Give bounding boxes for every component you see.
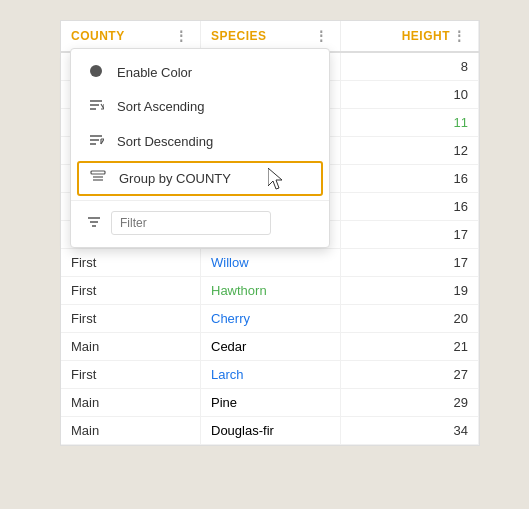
menu-divider xyxy=(71,200,329,201)
height-cell: 16 xyxy=(341,193,479,220)
table-row: FirstLarch27 xyxy=(61,361,479,389)
sort-descending-item[interactable]: Sort Descending xyxy=(71,124,329,159)
height-cell: 21 xyxy=(341,333,479,360)
group-icon xyxy=(89,170,107,187)
county-cell: First xyxy=(61,277,201,304)
county-cell: First xyxy=(61,305,201,332)
height-cell: 17 xyxy=(341,221,479,248)
county-cell: First xyxy=(61,361,201,388)
height-header-label: HEIGHT xyxy=(402,29,450,43)
species-cell: Cedar xyxy=(201,333,341,360)
circle-icon xyxy=(87,64,105,80)
height-cell: 20 xyxy=(341,305,479,332)
height-cell: 34 xyxy=(341,417,479,444)
enable-color-label: Enable Color xyxy=(117,65,192,80)
sort-descending-label: Sort Descending xyxy=(117,134,213,149)
species-header: SPECIES ⋮ xyxy=(201,21,341,51)
table-row: FirstWillow17 xyxy=(61,249,479,277)
height-cell: 10 xyxy=(341,81,479,108)
table-row: FirstHawthorn19 xyxy=(61,277,479,305)
species-menu-icon[interactable]: ⋮ xyxy=(312,29,330,43)
height-cell: 11 xyxy=(341,109,479,136)
height-cell: 19 xyxy=(341,277,479,304)
sort-asc-icon xyxy=(87,98,105,115)
table-row: MainCedar21 xyxy=(61,333,479,361)
group-by-item[interactable]: Group by COUNTY xyxy=(77,161,323,196)
filter-row xyxy=(71,205,329,241)
enable-color-item[interactable]: Enable Color xyxy=(71,55,329,89)
svg-rect-8 xyxy=(91,171,105,174)
table-row: FirstCherry20 xyxy=(61,305,479,333)
species-cell: Hawthorn xyxy=(201,277,341,304)
sort-desc-icon xyxy=(87,133,105,150)
species-cell: Pine xyxy=(201,389,341,416)
height-menu-icon[interactable]: ⋮ xyxy=(450,29,468,43)
height-cell: 16 xyxy=(341,165,479,192)
height-cell: 27 xyxy=(341,361,479,388)
species-header-label: SPECIES xyxy=(211,29,267,43)
height-cell: 8 xyxy=(341,53,479,80)
height-header: HEIGHT ⋮ xyxy=(341,21,479,51)
height-cell: 17 xyxy=(341,249,479,276)
species-cell: Douglas-fir xyxy=(201,417,341,444)
species-cell: Cherry xyxy=(201,305,341,332)
table-row: MainPine29 xyxy=(61,389,479,417)
sort-ascending-label: Sort Ascending xyxy=(117,99,204,114)
height-cell: 29 xyxy=(341,389,479,416)
county-cell: First xyxy=(61,249,201,276)
filter-icon xyxy=(87,215,101,232)
species-cell: Willow xyxy=(201,249,341,276)
sort-ascending-item[interactable]: Sort Ascending xyxy=(71,89,329,124)
county-cell: Main xyxy=(61,417,201,444)
county-cell: Main xyxy=(61,389,201,416)
group-by-label: Group by COUNTY xyxy=(119,171,231,186)
county-header: COUNTY ⋮ xyxy=(61,21,201,51)
filter-input[interactable] xyxy=(111,211,271,235)
species-cell: Larch xyxy=(201,361,341,388)
height-cell: 12 xyxy=(341,137,479,164)
column-context-menu: Enable Color Sort Ascending Sort Descend… xyxy=(70,48,330,248)
county-header-label: COUNTY xyxy=(71,29,125,43)
table-row: MainDouglas-fir34 xyxy=(61,417,479,445)
county-cell: Main xyxy=(61,333,201,360)
county-menu-icon[interactable]: ⋮ xyxy=(172,29,190,43)
